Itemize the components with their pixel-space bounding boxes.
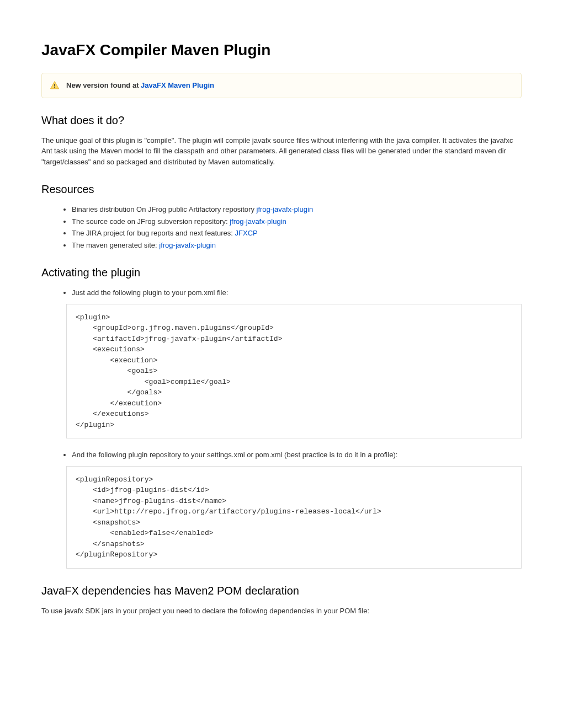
- warning-icon: [50, 81, 60, 90]
- list-item: The source code on JFrog subversion repo…: [72, 216, 522, 227]
- heading-activating: Activating the plugin: [41, 264, 522, 281]
- list-item: The JIRA project for bug reports and nex…: [72, 228, 522, 239]
- resource-text: The maven generated site:: [72, 241, 159, 249]
- heading-dependencies: JavaFX dependencies has Maven2 POM decla…: [41, 582, 522, 599]
- heading-what-does-it-do: What does it do?: [41, 112, 522, 129]
- heading-resources: Resources: [41, 181, 522, 197]
- page-title: JavaFX Compiler Maven Plugin: [41, 39, 522, 62]
- what-does-it-do-text: The unique goal of this plugin is "compi…: [41, 135, 522, 168]
- list-item: Just add the following plugin to your po…: [72, 287, 522, 298]
- code-block-plugin: <plugin> <groupId>org.jfrog.maven.plugin…: [66, 304, 522, 439]
- list-item: And the following plugin repository to y…: [72, 449, 522, 461]
- info-panel-prefix: New version found at: [66, 81, 141, 89]
- svg-rect-0: [54, 84, 55, 87]
- svg-rect-1: [54, 87, 55, 88]
- activating-step-2-list: And the following plugin repository to y…: [41, 449, 522, 461]
- list-item: The maven generated site: jfrog-javafx-p…: [72, 240, 522, 251]
- list-item: Binaries distribution On JFrog public Ar…: [72, 204, 522, 215]
- resource-link[interactable]: jfrog-javafx-plugin: [230, 217, 286, 226]
- resource-link[interactable]: JFXCP: [235, 229, 258, 237]
- code-block-repository: <pluginRepository> <id>jfrog-plugins-dis…: [66, 466, 522, 569]
- resource-text: The source code on JFrog subversion repo…: [72, 217, 230, 226]
- activating-step-1-list: Just add the following plugin to your po…: [41, 287, 522, 298]
- dependencies-text: To use javafx SDK jars in your project y…: [41, 606, 522, 617]
- info-panel-text: New version found at JavaFX Maven Plugin: [66, 80, 214, 91]
- info-panel: New version found at JavaFX Maven Plugin: [41, 73, 522, 98]
- resources-list: Binaries distribution On JFrog public Ar…: [41, 204, 522, 250]
- resource-text: Binaries distribution On JFrog public Ar…: [72, 205, 257, 213]
- resource-link[interactable]: jfrog-javafx-plugin: [159, 241, 216, 249]
- resource-link[interactable]: jfrog-javafx-plugin: [257, 205, 314, 213]
- resource-text: The JIRA project for bug reports and nex…: [72, 229, 235, 237]
- info-panel-link[interactable]: JavaFX Maven Plugin: [141, 81, 214, 89]
